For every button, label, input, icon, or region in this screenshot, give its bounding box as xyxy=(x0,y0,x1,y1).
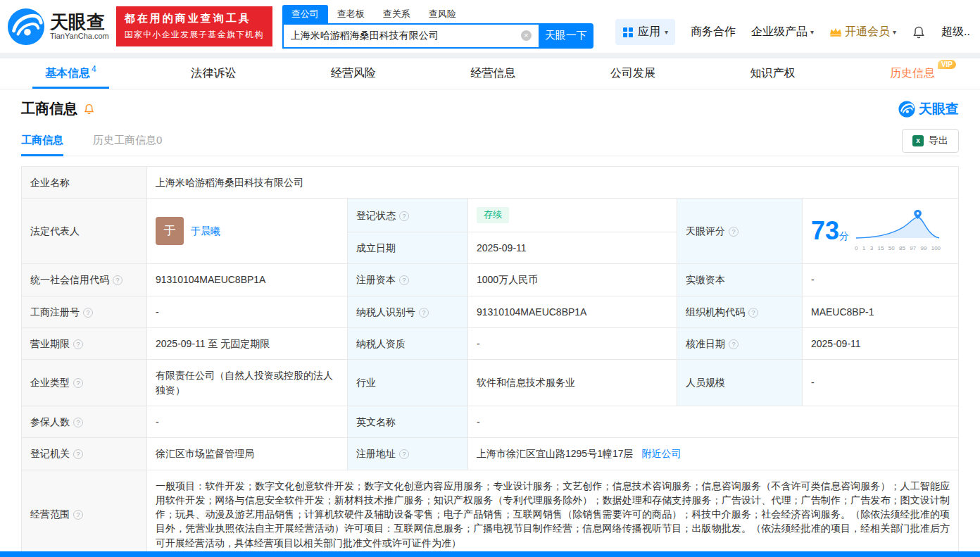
help-icon[interactable]: ? xyxy=(399,275,409,285)
business-cooperation-link[interactable]: 商务合作 xyxy=(691,25,736,39)
field-label-insured-count: 参保人数? xyxy=(22,406,147,437)
watermark-logo: 天眼查 xyxy=(898,100,959,118)
promo-line1: 都在用的商业查询工具 xyxy=(125,12,264,25)
field-label-company-name: 企业名称 xyxy=(22,167,147,199)
field-label-reg-number: 工商注册号? xyxy=(22,296,147,327)
field-label-term: 营业期限? xyxy=(22,328,147,360)
top-header: 天眼查 TianYanCha.com 都在用的商业查询工具 国家中小企业发展子基… xyxy=(0,0,980,53)
address-value: 上海市徐汇区宜山路1295号1幢17层 xyxy=(477,448,634,459)
business-scope-value: 一般项目：软件开发；数字文化创意软件开发；数字文化创意内容应用服务；专业设计服务… xyxy=(147,470,959,557)
search-input-wrap: × xyxy=(282,23,539,49)
field-label-paid-capital: 实缴资本 xyxy=(677,264,803,296)
search-tab-relation[interactable]: 查关系 xyxy=(374,5,420,23)
industry-value: 软件和信息技术服务业 xyxy=(468,360,677,406)
table-row: 工商注册号? - 纳税人识别号? 91310104MAEUC8BP1A 组织机构… xyxy=(22,296,959,327)
chevron-down-icon: ▾ xyxy=(893,28,896,36)
watermark-brand: 天眼查 xyxy=(919,100,959,118)
field-label-industry: 行业 xyxy=(348,360,468,406)
table-row: 经营范围? 一般项目：软件开发；数字文化创意软件开发；数字文化创意内容应用服务；… xyxy=(22,470,959,557)
help-icon[interactable]: ? xyxy=(73,418,83,427)
apps-button[interactable]: 应用 ▾ xyxy=(615,19,675,45)
field-label-address: 注册地址? xyxy=(348,438,468,470)
tab-operating-risk[interactable]: 经营风险 xyxy=(314,58,393,89)
help-icon[interactable]: ? xyxy=(113,275,122,285)
grid-icon xyxy=(622,27,634,38)
reg-capital-value: 1000万人民币 xyxy=(468,264,677,296)
english-name-value: - xyxy=(468,406,959,437)
subscribe-bell-icon[interactable] xyxy=(83,103,95,115)
term-value: 2025-09-11 至 无固定期限 xyxy=(147,328,348,360)
subtab-business-info[interactable]: 工商信息 xyxy=(21,125,63,156)
field-label-scope: 经营范围? xyxy=(22,470,147,557)
header-right-nav: 应用 ▾ 商务合作 企业级产品 ▾ 开通会员 ▾ 超级.. xyxy=(615,19,970,45)
search-tab-risk[interactable]: 查风险 xyxy=(420,5,465,23)
help-icon[interactable]: ? xyxy=(399,449,409,459)
chevron-down-icon: ▾ xyxy=(665,28,668,36)
search-input[interactable] xyxy=(284,30,521,42)
help-icon[interactable]: ? xyxy=(399,211,409,221)
open-vip-link[interactable]: 开通会员 ▾ xyxy=(829,25,896,39)
footer-strip xyxy=(0,551,980,557)
excel-icon: x xyxy=(912,135,924,146)
help-icon[interactable]: ? xyxy=(729,227,739,237)
table-row: 企业类型? 有限责任公司（自然人投资或控股的法人独资） 行业 软件和信息技术服务… xyxy=(22,360,959,406)
help-icon[interactable]: ? xyxy=(73,449,83,459)
search-tab-boss[interactable]: 查老板 xyxy=(328,5,374,23)
field-label-staff-size: 人员规模 xyxy=(677,360,803,406)
main-content: 工商信息 天眼查 工商信息 历史工商信息0 x 导出 xyxy=(0,99,980,557)
field-label-org-code: 组织机构代码? xyxy=(677,296,803,327)
tab-basic-info[interactable]: 基本信息 4 xyxy=(28,58,113,89)
tianyancha-logo-icon xyxy=(7,8,45,46)
status-badge: 存续 xyxy=(477,207,509,223)
clear-search-icon[interactable]: × xyxy=(521,30,532,41)
score-value: 73分 xyxy=(811,218,849,244)
nearby-companies-link[interactable]: 附近公司 xyxy=(641,448,681,459)
field-label-taxpayer-quality: 纳税人资质 xyxy=(348,328,468,360)
search-tab-company[interactable]: 查公司 xyxy=(282,5,328,23)
company-nav-tabs: 基本信息 4 法律诉讼 经营风险 经营信息 公司发展 知识产权 历史信息 VIP xyxy=(0,58,980,89)
tab-legal-proceedings[interactable]: 法律诉讼 xyxy=(174,58,253,89)
help-icon[interactable]: ? xyxy=(83,308,93,318)
tab-operating-info[interactable]: 经营信息 xyxy=(453,58,532,89)
tab-company-development[interactable]: 公司发展 xyxy=(593,58,672,89)
super-link[interactable]: 超级.. xyxy=(941,25,970,39)
credit-code-value: 91310104MAEUC8BP1A xyxy=(147,264,348,296)
insured-count-value: - xyxy=(147,406,348,437)
business-info-subtabs: 工商信息 历史工商信息0 x 导出 xyxy=(21,125,959,156)
table-row: 登记机关? 徐汇区市场监督管理局 注册地址? 上海市徐汇区宜山路1295号1幢1… xyxy=(22,438,959,470)
reg-number-value: - xyxy=(147,296,348,327)
field-label-english-name: 英文名称 xyxy=(348,406,468,437)
company-type-value: 有限责任公司（自然人投资或控股的法人独资） xyxy=(147,360,348,406)
notification-bell-icon[interactable] xyxy=(912,25,926,40)
apps-label: 应用 xyxy=(638,25,660,39)
legal-rep-avatar[interactable]: 于 xyxy=(156,217,184,245)
field-label-approval-date: 核准日期? xyxy=(677,328,803,360)
help-icon[interactable]: ? xyxy=(73,339,83,349)
search-button[interactable]: 天眼一下 xyxy=(539,23,593,49)
staff-size-value: - xyxy=(803,360,959,406)
subtab-history-business-info[interactable]: 历史工商信息0 xyxy=(93,125,162,156)
help-icon[interactable]: ? xyxy=(73,378,83,388)
section-title: 工商信息 xyxy=(21,99,77,118)
help-icon[interactable]: ? xyxy=(73,510,83,520)
field-label-credit-code: 统一社会信用代码? xyxy=(22,264,147,296)
help-icon[interactable]: ? xyxy=(729,339,739,349)
table-row: 统一社会信用代码? 91310104MAEUC8BP1A 注册资本? 1000万… xyxy=(22,264,959,296)
org-code-value: MAEUC8BP-1 xyxy=(803,296,959,327)
help-icon[interactable]: ? xyxy=(748,308,758,318)
help-icon[interactable]: ? xyxy=(419,308,429,318)
tianyancha-logo[interactable]: 天眼查 TianYanCha.com xyxy=(7,8,109,46)
tab-intellectual-property[interactable]: 知识产权 xyxy=(733,58,812,89)
legal-rep-link[interactable]: 于晨曦 xyxy=(191,224,220,238)
table-row: 企业名称 上海米哈游稻海桑田科技有限公司 xyxy=(22,167,959,199)
company-name-value: 上海米哈游稻海桑田科技有限公司 xyxy=(147,167,959,199)
taxpayer-id-value: 91310104MAEUC8BP1A xyxy=(468,296,677,327)
legal-rep-cell: 于 于晨曦 xyxy=(147,199,348,264)
taxpayer-quality-value: - xyxy=(468,328,677,360)
enterprise-product-link[interactable]: 企业级产品 ▾ xyxy=(751,25,814,39)
tab-history-info[interactable]: 历史信息 VIP xyxy=(873,58,952,89)
chart-axis-ticks: 0131550859799100 xyxy=(855,244,941,253)
crown-icon xyxy=(829,27,842,37)
export-button[interactable]: x 导出 xyxy=(902,129,959,153)
business-info-table: 企业名称 上海米哈游稻海桑田科技有限公司 法定代表人 于 于晨曦 登记状态? 存… xyxy=(21,166,959,557)
